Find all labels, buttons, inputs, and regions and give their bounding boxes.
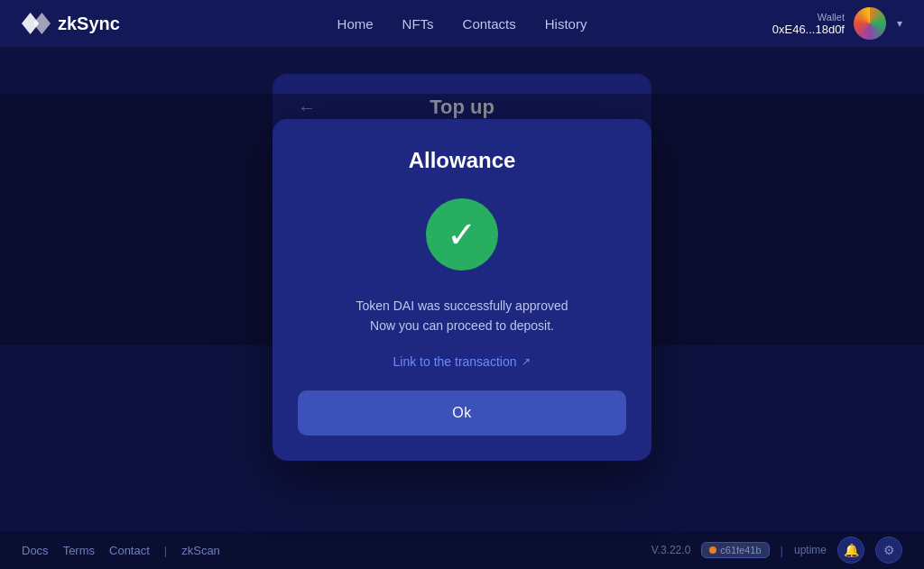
svg-marker-1 bbox=[33, 13, 51, 34]
chevron-down-icon: ▾ bbox=[897, 17, 902, 30]
wallet-section[interactable]: Wallet 0xE46...18d0f ▾ bbox=[772, 7, 902, 40]
success-line1: Token DAI was successfully approved bbox=[298, 296, 626, 316]
allowance-title: Allowance bbox=[298, 148, 626, 173]
footer-left: Docs Terms Contact | zkScan bbox=[22, 544, 220, 557]
footer-terms-link[interactable]: Terms bbox=[63, 544, 95, 557]
transaction-link-text: Link to the transaction bbox=[393, 354, 517, 369]
bell-button[interactable]: 🔔 bbox=[837, 537, 864, 564]
footer-divider-right: | bbox=[781, 544, 783, 557]
commit-hash: c61fe41b bbox=[720, 545, 761, 555]
topup-title: Top up bbox=[298, 96, 626, 119]
commit-badge: c61fe41b bbox=[701, 542, 769, 558]
success-circle: ✓ bbox=[426, 198, 498, 271]
footer-contact-link[interactable]: Contact bbox=[109, 544, 150, 557]
footer-right: V.3.22.0 c61fe41b | uptime 🔔 ⚙ bbox=[651, 537, 902, 564]
wallet-label: Wallet bbox=[772, 12, 845, 23]
settings-button[interactable]: ⚙ bbox=[875, 537, 902, 564]
footer-docs-link[interactable]: Docs bbox=[22, 544, 49, 557]
navbar: zkSync Home NFTs Contacts History Wallet… bbox=[0, 0, 924, 47]
main-content: ← Top up Deposit tokens from Ethereum Wa… bbox=[0, 47, 924, 383]
commit-dot bbox=[709, 546, 716, 554]
wallet-info: Wallet 0xE46...18d0f bbox=[772, 12, 845, 36]
back-arrow-icon[interactable]: ← bbox=[298, 97, 316, 118]
logo-text: zkSync bbox=[58, 14, 120, 34]
success-line2: Now you can proceed to deposit. bbox=[298, 316, 626, 335]
settings-icon: ⚙ bbox=[883, 543, 895, 557]
logo[interactable]: zkSync bbox=[22, 13, 120, 34]
success-message: Token DAI was successfully approved Now … bbox=[298, 296, 626, 336]
footer-zkscan-link[interactable]: zkScan bbox=[181, 544, 220, 557]
uptime-text: uptime bbox=[794, 544, 827, 556]
ok-button[interactable]: Ok bbox=[298, 390, 626, 436]
version-text: V.3.22.0 bbox=[651, 544, 691, 556]
wallet-address: 0xE46...18d0f bbox=[772, 23, 845, 36]
nav-history[interactable]: History bbox=[545, 16, 587, 32]
allowance-modal: Allowance ✓ Token DAI was successfully a… bbox=[273, 119, 651, 461]
topup-header: ← Top up bbox=[298, 96, 626, 119]
external-link-icon: ↗ bbox=[522, 355, 531, 368]
bell-icon: 🔔 bbox=[844, 543, 859, 557]
transaction-link[interactable]: Link to the transaction ↗ bbox=[298, 354, 626, 369]
main-nav: Home NFTs Contacts History bbox=[337, 16, 587, 32]
avatar bbox=[854, 7, 886, 40]
nav-contacts[interactable]: Contacts bbox=[463, 16, 516, 32]
nav-home[interactable]: Home bbox=[337, 16, 374, 32]
checkmark-icon: ✓ bbox=[447, 216, 477, 252]
footer: Docs Terms Contact | zkScan V.3.22.0 c61… bbox=[0, 531, 924, 569]
nav-nfts[interactable]: NFTs bbox=[402, 16, 434, 32]
success-icon-wrapper: ✓ bbox=[298, 198, 626, 271]
footer-divider: | bbox=[164, 544, 167, 557]
